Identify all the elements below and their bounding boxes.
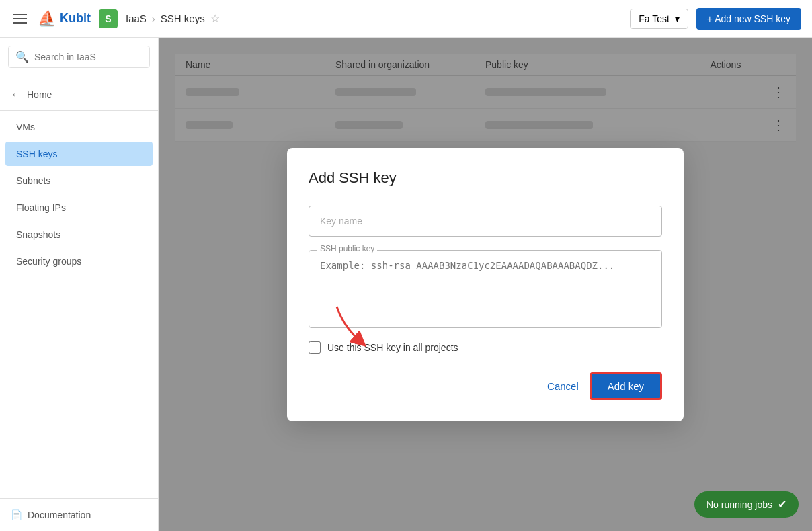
sidebar-item-ssh-keys[interactable]: SSH keys <box>5 142 153 166</box>
add-ssh-key-dialog: Add SSH key SSH public key Use this SSH … <box>287 148 684 421</box>
topbar-left: ⛵ Kubit S IaaS › SSH keys ☆ <box>11 9 220 28</box>
ssh-public-key-legend: SSH public key <box>317 244 377 253</box>
back-arrow-icon: ← <box>11 89 22 101</box>
project-selector[interactable]: Fa Test ▾ <box>630 9 688 29</box>
check-circle-icon: ✔ <box>778 498 786 511</box>
search-box[interactable]: 🔍 <box>8 46 150 68</box>
star-icon[interactable]: ☆ <box>210 12 220 25</box>
documentation-label: Documentation <box>28 509 91 520</box>
sidebar-divider-2 <box>0 110 158 111</box>
key-name-input[interactable] <box>309 206 662 237</box>
breadcrumb: IaaS › SSH keys ☆ <box>126 12 220 25</box>
ssh-public-key-wrapper: SSH public key <box>309 250 662 328</box>
all-projects-checkbox[interactable] <box>309 341 321 354</box>
ssh-public-key-textarea[interactable] <box>309 251 661 325</box>
breadcrumb-parent[interactable]: IaaS <box>126 13 147 24</box>
search-icon: 🔍 <box>15 50 29 63</box>
sidebar-item-subnets[interactable]: Subnets <box>5 169 153 193</box>
add-new-ssh-key-button[interactable]: + Add new SSH key <box>696 8 801 30</box>
logo-text: Kubit <box>60 11 91 26</box>
search-input[interactable] <box>34 52 143 63</box>
sidebar: 🔍 ← Home VMs SSH keys Subnets Floating I… <box>0 38 159 531</box>
key-name-field-group <box>309 206 662 237</box>
documentation-link[interactable]: 📄 Documentation <box>11 509 147 520</box>
checkbox-row: Use this SSH key in all projects <box>309 341 662 354</box>
sidebar-item-security-groups[interactable]: Security groups <box>5 249 153 274</box>
sidebar-bottom: 📄 Documentation <box>0 498 158 531</box>
jobs-label: No running jobs <box>706 499 772 510</box>
add-key-button[interactable]: Add key <box>590 372 662 400</box>
sidebar-divider <box>0 79 158 79</box>
checkbox-label: Use this SSH key in all projects <box>327 342 458 353</box>
chevron-down-icon: ▾ <box>675 13 680 24</box>
sidebar-item-vms[interactable]: VMs <box>5 115 153 139</box>
doc-icon: 📄 <box>11 509 22 520</box>
main-content: Name Shared in organization Public key A… <box>159 38 812 531</box>
sidebar-item-floating-ips[interactable]: Floating IPs <box>5 196 153 220</box>
layout: 🔍 ← Home VMs SSH keys Subnets Floating I… <box>0 38 812 531</box>
boat-icon: ⛵ <box>38 10 56 28</box>
ssh-public-key-field-group: SSH public key <box>309 250 662 328</box>
dialog-actions: Cancel Add key <box>309 372 662 400</box>
cancel-button[interactable]: Cancel <box>547 380 579 392</box>
home-label: Home <box>27 89 52 100</box>
hamburger-button[interactable] <box>11 11 30 26</box>
modal-overlay: Add SSH key SSH public key Use this SSH … <box>159 38 812 531</box>
project-name: Fa Test <box>639 13 669 24</box>
no-running-jobs-badge: No running jobs ✔ <box>694 491 799 518</box>
logo-kubit[interactable]: ⛵ Kubit <box>38 10 91 28</box>
topbar-right: Fa Test ▾ + Add new SSH key <box>630 8 801 30</box>
sidebar-item-snapshots[interactable]: Snapshots <box>5 222 153 247</box>
dialog-title: Add SSH key <box>309 169 662 187</box>
breadcrumb-separator: › <box>152 13 155 24</box>
logo-s: S <box>99 9 118 28</box>
sidebar-home-item[interactable]: ← Home <box>0 82 158 108</box>
breadcrumb-current: SSH keys <box>161 13 205 24</box>
topbar: ⛵ Kubit S IaaS › SSH keys ☆ Fa Test ▾ + … <box>0 0 812 38</box>
